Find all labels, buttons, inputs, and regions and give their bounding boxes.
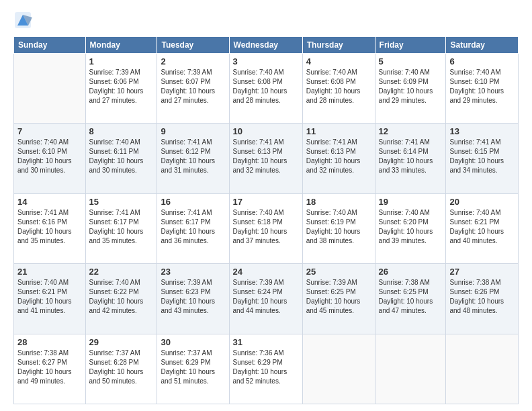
day-number: 10 <box>233 126 299 136</box>
daylight-label: Daylight: 10 hours <box>449 228 504 235</box>
sunrise-label: Sunrise: 7:40 AM <box>379 209 430 216</box>
calendar-cell: 23 Sunrise: 7:39 AM Sunset: 6:23 PM Dayl… <box>157 264 229 334</box>
sunset-label: Sunset: 6:10 PM <box>449 78 499 85</box>
header <box>13 11 519 30</box>
day-info: Sunrise: 7:41 AM Sunset: 6:13 PM Dayligh… <box>233 138 299 175</box>
sunset-label: Sunset: 6:10 PM <box>17 148 67 155</box>
daylight-label: Daylight: 10 hours <box>161 87 215 95</box>
sunset-label: Sunset: 6:25 PM <box>306 288 356 295</box>
sunrise-label: Sunrise: 7:41 AM <box>161 209 212 216</box>
sunset-label: Sunset: 6:08 PM <box>233 78 283 85</box>
calendar-cell: 20 Sunrise: 7:40 AM Sunset: 6:21 PM Dayl… <box>446 193 519 263</box>
sunrise-label: Sunrise: 7:38 AM <box>17 349 69 357</box>
day-info: Sunrise: 7:40 AM Sunset: 6:08 PM Dayligh… <box>233 68 299 105</box>
daylight-minutes: and 39 minutes. <box>379 237 427 244</box>
daylight-minutes: and 28 minutes. <box>233 97 281 104</box>
sunrise-label: Sunrise: 7:40 AM <box>89 279 140 286</box>
sunset-label: Sunset: 6:11 PM <box>89 148 139 155</box>
day-info: Sunrise: 7:41 AM Sunset: 6:17 PM Dayligh… <box>161 208 225 246</box>
calendar-cell: 3 Sunrise: 7:40 AM Sunset: 6:08 PM Dayli… <box>229 54 302 124</box>
daylight-label: Daylight: 10 hours <box>161 228 215 235</box>
day-info: Sunrise: 7:41 AM Sunset: 6:14 PM Dayligh… <box>379 138 443 175</box>
day-number: 29 <box>89 337 154 347</box>
sunset-label: Sunset: 6:13 PM <box>306 148 356 155</box>
day-info: Sunrise: 7:40 AM Sunset: 6:22 PM Dayligh… <box>89 278 154 316</box>
sunset-label: Sunset: 6:25 PM <box>379 288 429 295</box>
sunrise-label: Sunrise: 7:40 AM <box>306 68 357 76</box>
day-info: Sunrise: 7:39 AM Sunset: 6:25 PM Dayligh… <box>306 278 371 316</box>
sunrise-label: Sunrise: 7:40 AM <box>379 68 430 76</box>
calendar-week-1: 1 Sunrise: 7:39 AM Sunset: 6:06 PM Dayli… <box>14 54 519 124</box>
daylight-minutes: and 50 minutes. <box>89 377 137 385</box>
day-number: 2 <box>161 56 225 66</box>
sunrise-label: Sunrise: 7:40 AM <box>449 209 500 216</box>
sunrise-label: Sunrise: 7:41 AM <box>379 138 430 146</box>
calendar-header-row: SundayMondayTuesdayWednesdayThursdayFrid… <box>14 37 519 54</box>
calendar-cell: 27 Sunrise: 7:38 AM Sunset: 6:26 PM Dayl… <box>446 264 519 334</box>
sunset-label: Sunset: 6:06 PM <box>89 78 139 85</box>
daylight-minutes: and 27 minutes. <box>89 97 137 104</box>
daylight-minutes: and 42 minutes. <box>89 307 137 314</box>
daylight-minutes: and 45 minutes. <box>306 307 354 314</box>
logo <box>13 11 35 30</box>
calendar-cell: 28 Sunrise: 7:38 AM Sunset: 6:27 PM Dayl… <box>14 334 86 404</box>
sunset-label: Sunset: 6:13 PM <box>233 148 283 155</box>
sunset-label: Sunset: 6:27 PM <box>17 359 67 366</box>
sunset-label: Sunset: 6:09 PM <box>379 78 429 85</box>
calendar-cell: 13 Sunrise: 7:41 AM Sunset: 6:15 PM Dayl… <box>446 124 519 193</box>
day-info: Sunrise: 7:40 AM Sunset: 6:09 PM Dayligh… <box>379 68 443 105</box>
day-info: Sunrise: 7:40 AM Sunset: 6:10 PM Dayligh… <box>17 138 82 175</box>
daylight-minutes: and 49 minutes. <box>17 377 65 385</box>
daylight-label: Daylight: 10 hours <box>161 298 215 305</box>
daylight-minutes: and 35 minutes. <box>17 237 65 244</box>
sunset-label: Sunset: 6:14 PM <box>379 148 429 155</box>
weekday-header-sunday: Sunday <box>14 37 86 54</box>
day-number: 23 <box>161 267 225 277</box>
calendar-week-5: 28 Sunrise: 7:38 AM Sunset: 6:27 PM Dayl… <box>14 334 519 404</box>
day-info: Sunrise: 7:40 AM Sunset: 6:08 PM Dayligh… <box>306 68 371 105</box>
daylight-minutes: and 40 minutes. <box>449 237 497 244</box>
calendar-cell: 12 Sunrise: 7:41 AM Sunset: 6:14 PM Dayl… <box>375 124 446 193</box>
day-number: 27 <box>449 267 515 277</box>
day-number: 4 <box>306 56 371 66</box>
calendar-week-2: 7 Sunrise: 7:40 AM Sunset: 6:10 PM Dayli… <box>14 124 519 193</box>
sunrise-label: Sunrise: 7:41 AM <box>306 138 357 146</box>
day-number: 11 <box>306 126 371 136</box>
day-info: Sunrise: 7:37 AM Sunset: 6:28 PM Dayligh… <box>89 349 154 386</box>
day-number: 6 <box>449 56 515 66</box>
sunrise-label: Sunrise: 7:41 AM <box>233 138 284 146</box>
sunset-label: Sunset: 6:17 PM <box>89 218 139 226</box>
day-number: 21 <box>17 267 82 277</box>
daylight-label: Daylight: 10 hours <box>449 298 504 305</box>
day-info: Sunrise: 7:41 AM Sunset: 6:15 PM Dayligh… <box>449 138 515 175</box>
sunrise-label: Sunrise: 7:39 AM <box>161 279 212 286</box>
day-info: Sunrise: 7:41 AM Sunset: 6:16 PM Dayligh… <box>17 208 82 246</box>
daylight-minutes: and 35 minutes. <box>89 237 137 244</box>
daylight-minutes: and 51 minutes. <box>161 377 208 385</box>
daylight-minutes: and 34 minutes. <box>449 167 497 174</box>
daylight-label: Daylight: 10 hours <box>233 298 287 305</box>
daylight-label: Daylight: 10 hours <box>233 228 287 235</box>
calendar-cell: 18 Sunrise: 7:40 AM Sunset: 6:19 PM Dayl… <box>302 193 375 263</box>
calendar-cell: 26 Sunrise: 7:38 AM Sunset: 6:25 PM Dayl… <box>375 264 446 334</box>
day-number: 24 <box>233 267 299 277</box>
sunset-label: Sunset: 6:19 PM <box>306 218 356 226</box>
daylight-label: Daylight: 10 hours <box>17 228 72 235</box>
sunrise-label: Sunrise: 7:41 AM <box>17 209 69 216</box>
calendar-cell: 5 Sunrise: 7:40 AM Sunset: 6:09 PM Dayli… <box>375 54 446 124</box>
weekday-header-wednesday: Wednesday <box>229 37 302 54</box>
calendar-cell <box>446 334 519 404</box>
calendar-cell: 14 Sunrise: 7:41 AM Sunset: 6:16 PM Dayl… <box>14 193 86 263</box>
daylight-minutes: and 47 minutes. <box>379 307 427 314</box>
daylight-minutes: and 43 minutes. <box>161 307 208 314</box>
day-info: Sunrise: 7:41 AM Sunset: 6:17 PM Dayligh… <box>89 208 154 246</box>
daylight-label: Daylight: 10 hours <box>449 157 504 165</box>
day-info: Sunrise: 7:40 AM Sunset: 6:19 PM Dayligh… <box>306 208 371 246</box>
sunset-label: Sunset: 6:18 PM <box>233 218 283 226</box>
day-info: Sunrise: 7:40 AM Sunset: 6:21 PM Dayligh… <box>17 278 82 316</box>
sunrise-label: Sunrise: 7:40 AM <box>17 138 69 146</box>
sunrise-label: Sunrise: 7:36 AM <box>233 349 284 357</box>
daylight-minutes: and 52 minutes. <box>233 377 281 385</box>
day-number: 5 <box>379 56 443 66</box>
day-info: Sunrise: 7:39 AM Sunset: 6:07 PM Dayligh… <box>161 68 225 105</box>
